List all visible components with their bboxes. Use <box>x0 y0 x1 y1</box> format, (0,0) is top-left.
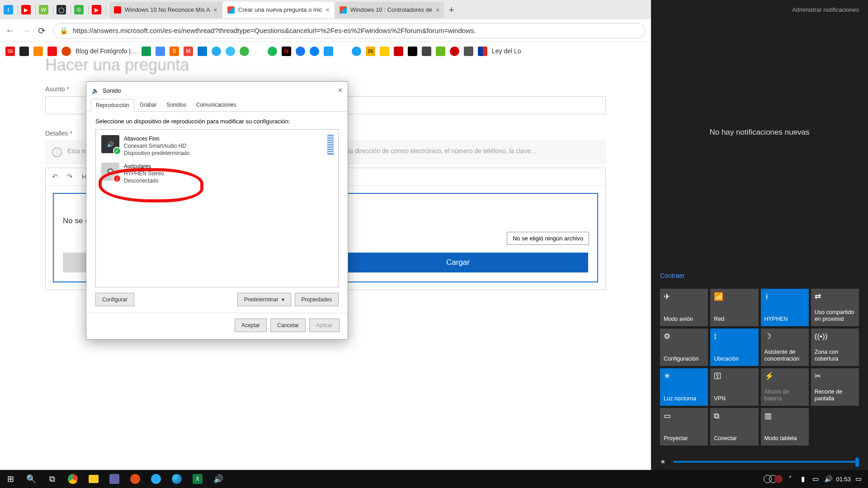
bookmark-icon[interactable] <box>436 47 445 56</box>
taskbar-edge-icon[interactable] <box>166 470 187 488</box>
pinned-twitter-icon[interactable]: t <box>4 5 13 14</box>
close-icon[interactable]: × <box>214 6 217 14</box>
bookmark-flag-icon[interactable] <box>478 47 487 56</box>
new-tab-button[interactable]: + <box>448 4 454 16</box>
bookmark-facebook-icon[interactable] <box>296 47 305 56</box>
chevron-up-icon[interactable]: ˄ <box>785 475 795 483</box>
bookmark-icon[interactable] <box>380 47 389 56</box>
tab-playback[interactable]: Reproducción <box>91 99 134 112</box>
bookmark-icon[interactable] <box>47 47 57 56</box>
back-button[interactable]: ← <box>5 25 14 36</box>
bookmark-icon[interactable] <box>198 47 207 56</box>
pinned-github-icon[interactable]: ◯ <box>57 5 66 14</box>
pinned-w-icon[interactable]: W <box>39 5 48 14</box>
tile-screen-snip[interactable]: ✂Recorte de pantalla <box>811 368 859 406</box>
device-headphones[interactable]: 🎧 ↓ Auriculares HYPHEN Stereo Desconecta… <box>99 160 335 188</box>
bookmark-sheets-icon[interactable] <box>142 47 151 56</box>
pinned-youtube-icon[interactable]: ▶ <box>21 5 31 14</box>
tile-nearby-share[interactable]: ⇄Uso compartido en proximid <box>811 289 859 326</box>
pinned-youtube2-icon[interactable]: ▶ <box>92 5 101 14</box>
taskbar-telegram-icon[interactable] <box>146 470 166 488</box>
manage-notifications-link[interactable]: Administrar notificaciones <box>651 0 868 19</box>
bookmark-icon[interactable] <box>254 47 263 56</box>
bookmark-icon[interactable] <box>394 47 403 56</box>
bookmark-icon[interactable] <box>61 47 71 56</box>
taskbar-explorer-icon[interactable] <box>83 470 104 488</box>
bookmark-icon[interactable] <box>240 47 249 56</box>
redo-button[interactable]: ↷ <box>67 173 73 181</box>
clock[interactable]: 01:53 <box>836 476 851 483</box>
close-icon[interactable]: × <box>436 6 439 14</box>
device-speakers[interactable]: 🔊 ✓ Altavoces Finn Conexant SmartAudio H… <box>99 132 335 160</box>
action-center-icon[interactable]: ▭ <box>854 475 863 483</box>
tile-tablet-mode[interactable]: ▥Modo tableta <box>761 408 809 446</box>
device-list[interactable]: 🔊 ✓ Altavoces Finn Conexant SmartAudio H… <box>95 129 339 287</box>
taskbar-chrome-icon[interactable] <box>62 470 83 488</box>
tab-sounds[interactable]: Sonidos <box>162 99 190 111</box>
brightness-slider[interactable] <box>673 461 859 463</box>
bookmark-spotify-icon[interactable] <box>268 47 277 56</box>
pinned-green-icon[interactable]: ① <box>74 5 84 14</box>
bookmark-telegram-icon[interactable] <box>212 47 221 56</box>
bookmark-icon[interactable] <box>19 47 29 56</box>
bookmark-icon[interactable] <box>156 47 165 56</box>
tile-network[interactable]: 📶Red <box>710 289 758 326</box>
bookmark-icon[interactable] <box>338 47 347 56</box>
bookmark-icon[interactable] <box>352 47 361 56</box>
undo-button[interactable]: ↶ <box>52 173 58 181</box>
tab-communications[interactable]: Comunicaciones <box>192 99 241 111</box>
bookmark-icon[interactable] <box>464 47 473 56</box>
taskbar-app-icon[interactable] <box>125 470 146 488</box>
upload-button[interactable]: Cargar <box>328 253 588 272</box>
bookmark-messenger-icon[interactable] <box>310 47 319 56</box>
battery-icon[interactable]: ▮ <box>798 475 808 483</box>
tile-vpn[interactable]: ⚿VPN <box>710 368 758 406</box>
forward-button[interactable]: → <box>22 25 31 36</box>
volume-tray-icon[interactable]: 🔊 <box>823 475 833 483</box>
tile-focus-assist[interactable]: ☽Asistente de concentración <box>761 328 809 366</box>
tile-night-light[interactable]: ☀Luz nocturna <box>660 368 708 406</box>
url-bar[interactable]: 🔒 https://answers.microsoft.com/es-es/ne… <box>53 23 646 38</box>
bookmark-label[interactable]: Blog del Fotógrofo |… <box>75 47 137 55</box>
tray-circles-icon[interactable] <box>766 475 783 483</box>
tile-location[interactable]: ⟟Ubicación <box>710 328 758 366</box>
task-view-button[interactable]: ⧉ <box>42 470 62 488</box>
search-button[interactable]: 🔍 <box>21 470 42 488</box>
tab-windows10-no-reconoce[interactable]: Windows 10 No Reconoce Mis A × <box>109 2 222 18</box>
network-icon[interactable]: ▭ <box>811 475 821 483</box>
bookmark-icon[interactable]: 26 <box>366 47 375 56</box>
bookmark-icon[interactable]: S <box>170 47 179 56</box>
collapse-link[interactable]: Contraer <box>660 272 684 279</box>
bookmark-netflix-icon[interactable]: N <box>282 47 291 56</box>
close-icon[interactable]: × <box>338 86 342 94</box>
taskbar-volume-icon[interactable]: 🔊 <box>208 470 229 488</box>
apply-button[interactable]: Aplicar <box>309 319 340 332</box>
ok-button[interactable]: Aceptar <box>235 319 267 332</box>
tile-connect[interactable]: ⧉Conectar <box>710 408 758 446</box>
bookmark-twitter-icon[interactable] <box>324 47 333 56</box>
set-default-button[interactable]: Predeterminar ▾ <box>237 293 291 306</box>
reload-button[interactable]: ⟳ <box>38 25 46 36</box>
cancel-button[interactable]: Cancelar <box>270 319 306 332</box>
tile-hotspot[interactable]: ((•))Zona con cobertura <box>811 328 859 366</box>
tile-airplane-mode[interactable]: ✈Modo avión <box>660 289 708 326</box>
bookmark-icon[interactable] <box>226 47 235 56</box>
bookmark-icon[interactable] <box>408 47 417 56</box>
slider-thumb[interactable] <box>855 458 859 467</box>
bookmark-icon[interactable]: Sii <box>5 47 15 56</box>
taskbar-teams-icon[interactable] <box>104 470 125 488</box>
tab-record[interactable]: Grabar <box>135 99 161 111</box>
taskbar-excel-icon[interactable]: X <box>187 470 208 488</box>
tile-bluetooth[interactable]: ᚼHYPHEN <box>761 289 809 326</box>
close-icon[interactable]: × <box>326 6 330 14</box>
tab-controladores[interactable]: Windows 10 : Controladores de × <box>335 2 444 18</box>
tile-settings[interactable]: ⚙Configuración <box>660 328 708 366</box>
properties-button[interactable]: Propiedades <box>295 293 339 306</box>
bookmark-label[interactable]: Ley del Lo <box>492 47 521 55</box>
bookmark-icon[interactable] <box>422 47 431 56</box>
tile-battery-saver[interactable]: ⚡Ahorro de batería <box>761 368 809 406</box>
bookmark-icon[interactable] <box>450 47 459 56</box>
bookmark-gmail-icon[interactable]: M <box>184 47 193 56</box>
configure-button[interactable]: Configurar <box>95 293 134 306</box>
start-button[interactable]: ⊞ <box>0 470 21 488</box>
